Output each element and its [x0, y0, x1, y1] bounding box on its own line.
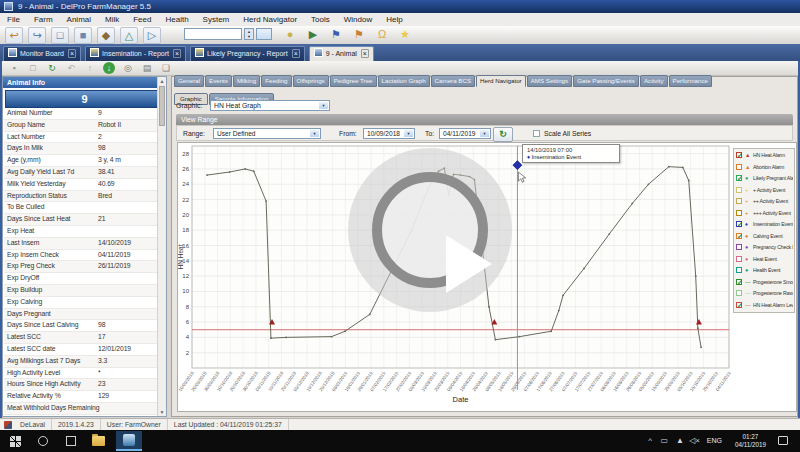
chevron-down-icon[interactable]: ▼: [319, 102, 328, 109]
tab-camera-bcs[interactable]: Camera BCS: [431, 75, 475, 87]
range-select[interactable]: User Defined ▼: [213, 128, 321, 139]
close-icon[interactable]: ×: [173, 49, 181, 58]
row-label: Days In Milk: [7, 143, 43, 154]
menu-animal[interactable]: Animal: [60, 13, 98, 26]
tab-herd-navigator[interactable]: Herd Navigator: [476, 75, 526, 87]
tab-gate-passing-events[interactable]: Gate Passing/Events: [573, 75, 639, 87]
battery-icon[interactable]: ▭: [660, 437, 668, 445]
row-value: 21: [98, 214, 105, 225]
row-label: Reproduction Status: [7, 191, 67, 202]
refresh-icon[interactable]: ↻: [46, 62, 58, 74]
animal-info-row-days-since-last-calving: Days Since Last Calving98: [4, 320, 158, 332]
status-last-updated: Last Updated : 04/11/2019 01:25:37: [168, 419, 289, 430]
move-up-icon[interactable]: ↑: [84, 62, 96, 74]
favorites-star-icon[interactable]: ★: [397, 27, 413, 42]
from-date-select[interactable]: 10/09/2018 ▼: [363, 128, 415, 139]
status-bar: DeLaval 2019.1.4.23 User: FarmOwner Last…: [0, 418, 800, 430]
tab-lactation-graph[interactable]: Lactation Graph: [378, 75, 430, 87]
close-icon[interactable]: ×: [361, 49, 369, 58]
scrollbar-thumb[interactable]: [159, 86, 165, 126]
preview-icon[interactable]: ◎: [122, 62, 134, 74]
run-task-icon[interactable]: ▶: [305, 27, 321, 42]
menu-help[interactable]: Help: [379, 13, 409, 26]
doc-tab-likely-pregnancy-report[interactable]: Likely Pregnancy - Report×: [190, 46, 305, 61]
scroll-down-icon[interactable]: ▼: [158, 408, 166, 416]
move-down-icon[interactable]: ↓: [103, 62, 115, 74]
graph-type-select[interactable]: HN Heat Graph ▼: [210, 100, 330, 111]
animal-info-row-meat-withhold-days-remaining: Meat Withhold Days Remaining: [4, 403, 158, 415]
tab-ams-settings[interactable]: AMS Settings: [527, 75, 573, 87]
refresh-graph-button[interactable]: ↻: [493, 127, 513, 142]
menu-window[interactable]: Window: [337, 13, 379, 26]
lactation-graph-icon[interactable]: △: [120, 27, 138, 44]
row-value: 3.3: [98, 356, 107, 367]
network-icon[interactable]: ▲: [676, 437, 684, 445]
tab-label: Likely Pregnancy - Report: [207, 50, 288, 57]
tab-general[interactable]: General: [174, 75, 204, 87]
animal-cards-icon[interactable]: ■: [74, 27, 92, 44]
animal-quick-find-input[interactable]: [184, 28, 242, 40]
alarm-bell-icon[interactable]: Ω: [374, 27, 390, 42]
tab-feeding[interactable]: Feeding: [261, 75, 291, 87]
menu-herd-navigator[interactable]: Herd Navigator: [236, 13, 304, 26]
to-date-select[interactable]: 04/11/2019 ▼: [439, 128, 491, 139]
save-icon[interactable]: ▪: [8, 62, 20, 74]
menu-feed[interactable]: Feed: [126, 13, 158, 26]
flag-blue-icon[interactable]: ⚑: [328, 27, 344, 42]
reports-icon[interactable]: ◆: [97, 27, 115, 44]
from-label: From:: [339, 130, 357, 137]
volume-icon[interactable]: ◁×: [689, 437, 700, 445]
row-label: Relative Activity %: [7, 391, 61, 402]
activity-graph-icon[interactable]: ▷: [143, 27, 161, 44]
tab-activity[interactable]: Activity: [640, 75, 668, 87]
close-icon[interactable]: ×: [292, 49, 300, 58]
go-forward-icon[interactable]: ↪: [28, 27, 46, 44]
chevron-up-icon[interactable]: ^: [648, 437, 652, 445]
action-center-icon[interactable]: [778, 436, 788, 445]
go-back-icon[interactable]: ↩: [5, 27, 23, 44]
scale-all-series-checkbox[interactable]: [533, 130, 540, 137]
task-view-icon[interactable]: [66, 436, 76, 446]
undo-icon[interactable]: ↶: [65, 62, 77, 74]
doc-tab-insemination-report[interactable]: Insemination - Report×: [85, 46, 186, 61]
doc-tab-monitor-board[interactable]: Monitor Board×: [3, 46, 81, 61]
doc-tab-9-animal[interactable]: 9 - Animal×: [309, 46, 374, 61]
language-indicator[interactable]: ENG: [707, 437, 722, 444]
menu-file[interactable]: File: [0, 13, 27, 26]
chevron-down-icon[interactable]: ▼: [480, 130, 489, 137]
print-report-icon[interactable]: ▤: [141, 62, 153, 74]
status-version: 2019.1.4.23: [52, 419, 101, 430]
graph-selector-row: Graphic: HN Heat Graph ▼: [176, 100, 202, 112]
chevron-down-icon[interactable]: ▼: [404, 130, 413, 137]
row-label: Exp Preg Check: [7, 261, 55, 272]
file-explorer-icon[interactable]: [92, 436, 105, 446]
menu-farm[interactable]: Farm: [27, 13, 60, 26]
tab-events[interactable]: Events: [205, 75, 232, 87]
session-lock-icon[interactable]: ●: [282, 27, 298, 42]
chevron-down-icon[interactable]: ▼: [310, 130, 319, 137]
video-play-overlay[interactable]: [348, 148, 512, 312]
close-icon[interactable]: ×: [68, 49, 76, 58]
report-view-icon[interactable]: ❏: [160, 62, 172, 74]
tab-pedigree-tree[interactable]: Pedigree Tree: [330, 75, 377, 87]
scroll-up-icon[interactable]: ▲: [158, 77, 166, 85]
left-panel-scrollbar[interactable]: ▲ ▼: [157, 77, 166, 416]
print-icon[interactable]: □: [27, 62, 39, 74]
tab-performance[interactable]: Performance: [669, 75, 712, 87]
menu-tools[interactable]: Tools: [304, 13, 337, 26]
delpro-taskbar-icon[interactable]: [116, 431, 142, 451]
monitor-board-icon[interactable]: □: [51, 27, 69, 44]
row-label: Meat Withhold Days Remaining: [7, 403, 99, 414]
menu-milk[interactable]: Milk: [98, 13, 126, 26]
spinner-icon[interactable]: ▲▼: [244, 28, 254, 40]
tab-offsprings[interactable]: Offsprings: [293, 75, 329, 87]
start-button-icon[interactable]: [10, 436, 21, 447]
animal-lookup-icon[interactable]: [256, 28, 272, 40]
taskbar-clock[interactable]: 01:27 04/11/2019: [735, 433, 766, 449]
flag-orange-icon[interactable]: ⚑: [351, 27, 367, 42]
tab-milking[interactable]: Milking: [233, 75, 260, 87]
row-value: 3 y, 4 m: [98, 155, 121, 166]
search-icon[interactable]: [38, 436, 48, 446]
menu-system[interactable]: System: [196, 13, 237, 26]
menu-health[interactable]: Health: [158, 13, 195, 26]
